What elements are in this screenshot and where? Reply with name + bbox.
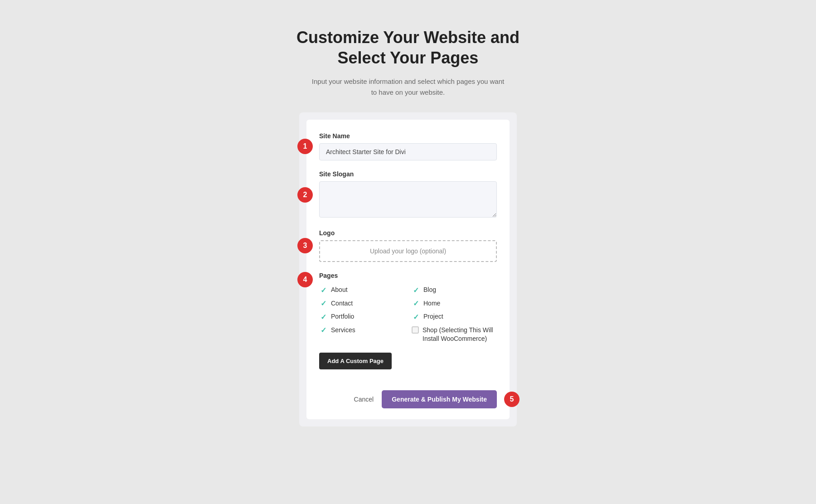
cancel-button[interactable]: Cancel bbox=[352, 391, 376, 407]
logo-upload-text: Upload your logo (optional) bbox=[370, 247, 446, 255]
page-item-project[interactable]: ✓ Project bbox=[412, 312, 497, 321]
site-slogan-field-group: 2 Site Slogan bbox=[319, 170, 497, 219]
site-name-label: Site Name bbox=[319, 132, 497, 140]
project-check-icon: ✓ bbox=[412, 313, 420, 321]
contact-check-icon: ✓ bbox=[319, 300, 327, 308]
pages-field-group: 4 Pages ✓ About ✓ Blog ✓ bbox=[319, 272, 497, 380]
about-check-icon: ✓ bbox=[319, 286, 327, 294]
page-item-contact[interactable]: ✓ Contact bbox=[319, 299, 404, 308]
site-name-field-group: 1 Site Name bbox=[319, 132, 497, 160]
page-item-about[interactable]: ✓ About bbox=[319, 286, 404, 295]
contact-label: Contact bbox=[331, 299, 353, 308]
step-2-badge: 2 bbox=[297, 187, 313, 203]
actions-row: Cancel Generate & Publish My Website 5 bbox=[319, 390, 497, 408]
site-slogan-label: Site Slogan bbox=[319, 170, 497, 178]
services-label: Services bbox=[331, 326, 355, 335]
form-card: 1 Site Name 2 Site Slogan 3 Logo Upload … bbox=[306, 120, 510, 419]
logo-upload-area[interactable]: Upload your logo (optional) bbox=[319, 240, 497, 262]
home-check-icon: ✓ bbox=[412, 300, 420, 308]
site-name-input[interactable] bbox=[319, 143, 497, 160]
page-item-blog[interactable]: ✓ Blog bbox=[412, 286, 497, 295]
blog-label: Blog bbox=[423, 286, 436, 295]
step-4-badge: 4 bbox=[297, 272, 313, 287]
add-custom-page-button[interactable]: Add A Custom Page bbox=[319, 353, 392, 369]
portfolio-check-icon: ✓ bbox=[319, 313, 327, 321]
logo-field-group: 3 Logo Upload your logo (optional) bbox=[319, 229, 497, 262]
portfolio-label: Portfolio bbox=[331, 312, 354, 321]
project-label: Project bbox=[423, 312, 443, 321]
page-item-shop[interactable]: Shop (Selecting This Will Install WooCom… bbox=[412, 326, 497, 344]
pages-label: Pages bbox=[319, 272, 497, 279]
step-3-badge: 3 bbox=[297, 238, 313, 253]
form-outer-card: 1 Site Name 2 Site Slogan 3 Logo Upload … bbox=[299, 112, 517, 426]
page-item-services[interactable]: ✓ Services bbox=[319, 326, 404, 344]
shop-check-icon bbox=[412, 326, 419, 334]
page-subtitle: Input your website information and selec… bbox=[308, 76, 508, 98]
site-slogan-input[interactable] bbox=[319, 181, 497, 218]
step-1-badge: 1 bbox=[297, 139, 313, 154]
about-label: About bbox=[331, 286, 348, 295]
page-title: Customize Your Website and Select Your P… bbox=[296, 27, 520, 68]
page-item-portfolio[interactable]: ✓ Portfolio bbox=[319, 312, 404, 321]
page-header: Customize Your Website and Select Your P… bbox=[296, 27, 520, 98]
step-5-badge: 5 bbox=[504, 392, 520, 407]
logo-label: Logo bbox=[319, 229, 497, 237]
generate-publish-button[interactable]: Generate & Publish My Website bbox=[382, 390, 497, 408]
home-label: Home bbox=[423, 299, 440, 308]
services-check-icon: ✓ bbox=[319, 326, 327, 334]
page-item-home[interactable]: ✓ Home bbox=[412, 299, 497, 308]
blog-check-icon: ✓ bbox=[412, 286, 420, 294]
shop-label: Shop (Selecting This Will Install WooCom… bbox=[423, 326, 497, 344]
pages-grid: ✓ About ✓ Blog ✓ Contact ✓ bbox=[319, 286, 497, 344]
